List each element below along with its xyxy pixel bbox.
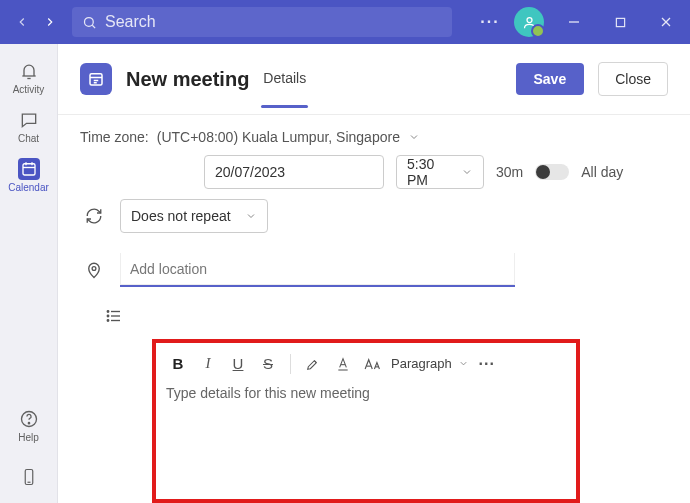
calendar-detail-icon <box>80 63 112 95</box>
chat-icon <box>18 109 40 131</box>
search-icon <box>82 15 97 30</box>
rail-item-activity[interactable]: Activity <box>0 54 57 103</box>
all-day-label: All day <box>581 164 623 180</box>
editor-toolbar: B I U S Paragraph <box>156 343 576 385</box>
rail-item-chat[interactable]: Chat <box>0 103 57 152</box>
avatar[interactable] <box>514 7 544 37</box>
bold-button[interactable]: B <box>166 350 190 378</box>
svg-point-19 <box>92 266 96 270</box>
title-bar: Search ··· <box>0 0 690 44</box>
app-rail: Activity Chat Calendar Help <box>0 44 58 503</box>
svg-point-25 <box>107 320 109 322</box>
forward-button[interactable] <box>38 10 62 34</box>
chevron-down-icon <box>245 210 257 222</box>
chevron-down-icon <box>461 166 473 178</box>
font-size-button[interactable] <box>361 350 385 378</box>
svg-rect-4 <box>616 18 624 26</box>
bell-icon <box>18 60 40 82</box>
svg-point-12 <box>28 423 29 424</box>
rail-item-help[interactable]: Help <box>0 402 57 451</box>
rail-label: Calendar <box>8 182 49 193</box>
tab-details[interactable]: Details <box>263 70 306 88</box>
recurrence-select[interactable]: Does not repeat <box>120 199 268 233</box>
location-input[interactable]: Add location <box>120 253 515 287</box>
close-window-button[interactable] <box>646 7 686 37</box>
rail-label: Activity <box>13 84 45 95</box>
maximize-button[interactable] <box>600 7 640 37</box>
recurrence-row: Does not repeat <box>58 189 690 233</box>
paragraph-style-select[interactable]: Paragraph <box>391 356 469 371</box>
history-nav <box>0 10 72 34</box>
rail-label: Chat <box>18 133 39 144</box>
highlight-button[interactable] <box>301 350 325 378</box>
svg-point-0 <box>85 17 94 26</box>
date-input[interactable]: 20/07/2023 <box>204 155 384 189</box>
paragraph-label: Paragraph <box>391 356 452 371</box>
search-placeholder: Search <box>105 13 156 31</box>
rail-label: Help <box>18 432 39 443</box>
search-box[interactable]: Search <box>72 7 452 37</box>
help-icon <box>18 408 40 430</box>
chevron-down-icon <box>458 358 469 369</box>
description-row <box>58 287 690 325</box>
location-icon <box>80 261 108 279</box>
meeting-form: New meeting Details Save Close Time zone… <box>58 44 690 503</box>
svg-point-23 <box>107 311 109 313</box>
back-button[interactable] <box>10 10 34 34</box>
svg-rect-7 <box>23 164 35 175</box>
rail-item-calendar[interactable]: Calendar <box>0 152 57 201</box>
save-button[interactable]: Save <box>516 63 585 95</box>
minimize-button[interactable] <box>554 7 594 37</box>
datetime-row: 20/07/2023 5:30 PM 30m All day <box>58 145 690 189</box>
font-color-button[interactable] <box>331 350 355 378</box>
more-options-button[interactable]: ··· <box>472 7 508 37</box>
search-wrap: Search <box>72 7 462 37</box>
timezone-value: (UTC+08:00) Kuala Lumpur, Singapore <box>157 129 400 145</box>
recurrence-icon <box>80 207 108 225</box>
location-row: Add location <box>58 233 690 287</box>
svg-point-2 <box>527 17 532 22</box>
editor-body[interactable]: Type details for this new meeting <box>156 385 576 411</box>
duration-label: 30m <box>496 164 523 180</box>
italic-button[interactable]: I <box>196 350 220 378</box>
description-icon <box>80 301 148 325</box>
rich-text-editor[interactable]: B I U S Paragraph <box>152 339 580 503</box>
chevron-down-icon <box>408 131 420 143</box>
editor-more-button[interactable]: ··· <box>475 355 499 373</box>
form-header: New meeting Details Save Close <box>58 44 690 96</box>
recurrence-value: Does not repeat <box>131 208 231 224</box>
strikethrough-button[interactable]: S <box>256 350 280 378</box>
page-title: New meeting <box>126 68 249 91</box>
time-input[interactable]: 5:30 PM <box>396 155 484 189</box>
time-value: 5:30 PM <box>407 156 453 188</box>
title-bar-right: ··· <box>462 7 686 37</box>
all-day-toggle[interactable] <box>535 164 569 180</box>
svg-line-1 <box>92 25 95 28</box>
svg-point-24 <box>107 315 109 317</box>
timezone-label: Time zone: <box>80 129 149 145</box>
timezone-row[interactable]: Time zone: (UTC+08:00) Kuala Lumpur, Sin… <box>58 115 690 145</box>
close-button[interactable]: Close <box>598 62 668 96</box>
underline-button[interactable]: U <box>226 350 250 378</box>
phone-icon[interactable] <box>20 465 38 489</box>
calendar-icon <box>18 158 40 180</box>
